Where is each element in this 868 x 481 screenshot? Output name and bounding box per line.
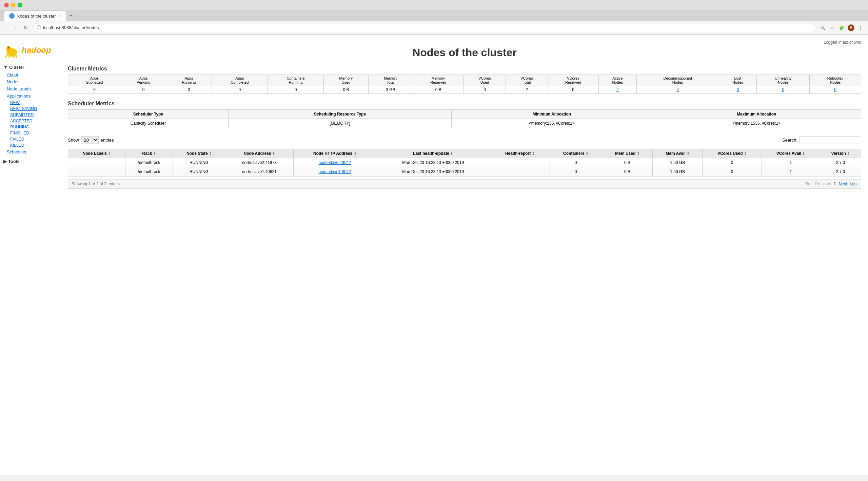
- sidebar-item-about[interactable]: About: [0, 71, 61, 78]
- sidebar-item-nodes[interactable]: Nodes: [0, 78, 61, 85]
- svg-point-3: [8, 47, 9, 48]
- cell-vcores-avail-1: 1: [762, 167, 820, 176]
- close-button[interactable]: [4, 3, 9, 7]
- profile-icon[interactable]: A: [848, 24, 854, 31]
- refresh-button[interactable]: ↻: [21, 24, 30, 32]
- val-memory-total: 3 GB: [368, 86, 413, 94]
- search-input[interactable]: [800, 136, 861, 144]
- entries-select[interactable]: 20 50 100: [81, 136, 99, 144]
- sort-address-icon: ⇕: [272, 152, 275, 155]
- cell-health-update-0: Mon Dec 23 16:28:13 +0000 2019: [376, 158, 490, 167]
- pagination-last[interactable]: Last: [850, 182, 857, 186]
- page-title: Nodes of the cluster: [68, 46, 861, 59]
- traffic-lights: [4, 3, 22, 7]
- sidebar-item-failed[interactable]: FAILED: [0, 136, 61, 142]
- cell-mem-used-1: 0 B: [602, 167, 653, 176]
- forward-button[interactable]: ›: [13, 24, 18, 32]
- extensions-icon[interactable]: 🧩: [838, 24, 845, 31]
- th-vcores-avail[interactable]: VCores Avail ⇕: [762, 149, 820, 158]
- val-decommissioned-nodes[interactable]: 0: [636, 86, 719, 94]
- th-containers[interactable]: Containers ⇕: [550, 149, 602, 158]
- sort-rack-icon: ⇕: [153, 152, 156, 155]
- sort-containers-icon: ⇕: [586, 152, 588, 155]
- th-health-report[interactable]: Health-report ⇕: [490, 149, 550, 158]
- sched-col-type: Scheduler Type: [68, 110, 229, 119]
- table-row: /default-rack RUNNING node-slave1:40621 …: [68, 167, 861, 176]
- th-vcores-used[interactable]: VCores Used ⇕: [703, 149, 762, 158]
- tab-close-button[interactable]: ✕: [58, 14, 61, 18]
- cluster-group[interactable]: ▼ Cluster: [0, 63, 61, 71]
- pagination-current: 1: [834, 182, 836, 186]
- minimize-button[interactable]: [11, 3, 16, 7]
- cell-containers-0: 0: [550, 158, 602, 167]
- cell-rack-0: /default-rack: [125, 158, 173, 167]
- val-rebooted-nodes[interactable]: 0: [810, 86, 861, 94]
- back-button[interactable]: ‹: [4, 24, 10, 32]
- cell-version-1: 2.7.0: [820, 167, 861, 176]
- cluster-label: Cluster: [9, 65, 24, 70]
- cell-node-http-0[interactable]: node-slave2:8042: [294, 158, 376, 167]
- val-unhealthy-nodes[interactable]: 0: [757, 86, 810, 94]
- th-mem-used[interactable]: Mem Used ⇕: [602, 149, 653, 158]
- active-tab[interactable]: Nodes of the cluster ✕: [4, 11, 66, 21]
- th-node-state[interactable]: Node State ⇕: [173, 149, 225, 158]
- col-decommissioned-nodes: DecommissionedNodes: [636, 75, 719, 86]
- sidebar-tools-group[interactable]: ▶ Tools: [0, 157, 61, 166]
- sidebar-item-scheduler[interactable]: Scheduler: [0, 148, 61, 155]
- cell-mem-avail-0: 1.50 GB: [653, 158, 703, 167]
- pagination: First Previous 1 Next Last: [805, 182, 857, 186]
- th-health-update[interactable]: Last health-update ⇕: [376, 149, 490, 158]
- cell-mem-used-0: 0 B: [602, 158, 653, 167]
- th-mem-avail[interactable]: Mem Avail ⇕: [653, 149, 703, 158]
- sidebar-item-node-labels[interactable]: Node Labels: [0, 85, 61, 92]
- val-vcores-total: 2: [506, 86, 548, 94]
- col-rebooted-nodes: RebootedNodes: [810, 75, 861, 86]
- th-version[interactable]: Version ⇕: [820, 149, 861, 158]
- sidebar-item-accepted[interactable]: ACCEPTED: [0, 118, 61, 124]
- table-footer: Showing 1 to 2 of 2 entries First Previo…: [68, 179, 861, 189]
- val-vcores-reserved: 0: [548, 86, 599, 94]
- sidebar-item-submitted[interactable]: SUBMITTED: [0, 112, 61, 118]
- sched-col-min-alloc: Minimum Allocation: [452, 110, 652, 119]
- col-apps-completed: AppsCompleted: [212, 75, 268, 86]
- sidebar-item-running[interactable]: RUNNING: [0, 124, 61, 130]
- val-active-nodes[interactable]: 2: [598, 86, 636, 94]
- sidebar: hadoop ▼ Cluster About Nodes Node Labels…: [0, 35, 61, 475]
- col-apps-pending: AppsPending: [121, 75, 166, 86]
- val-lost-nodes[interactable]: 0: [719, 86, 757, 94]
- cell-node-state-1: RUNNING: [173, 167, 225, 176]
- sidebar-item-new[interactable]: NEW: [0, 100, 61, 106]
- hadoop-elephant-icon: [3, 42, 20, 59]
- address-bar[interactable]: ⓘ localhost:8088/cluster/nodes: [33, 23, 816, 32]
- pagination-next[interactable]: Next: [839, 182, 847, 186]
- sched-col-resource-type: Scheduling Resource Type: [228, 110, 451, 119]
- val-memory-used: 0 B: [324, 86, 369, 94]
- sidebar-item-finished[interactable]: FINISHED: [0, 130, 61, 136]
- sidebar-item-killed[interactable]: KILLED: [0, 142, 61, 148]
- new-tab-button[interactable]: +: [66, 10, 76, 21]
- th-node-address[interactable]: Node Address ⇕: [225, 149, 294, 158]
- sort-vcores-used-icon: ⇕: [744, 152, 747, 155]
- th-node-http[interactable]: Node HTTP Address ⇕: [294, 149, 376, 158]
- maximize-button[interactable]: [18, 3, 22, 7]
- col-lost-nodes: LostNodes: [719, 75, 757, 86]
- th-rack[interactable]: Rack ⇕: [125, 149, 173, 158]
- sidebar-item-applications[interactable]: Applications: [0, 92, 61, 100]
- cell-node-http-1[interactable]: node-slave1:8042: [294, 167, 376, 176]
- col-active-nodes: ActiveNodes: [598, 75, 636, 86]
- show-label: Show: [68, 138, 79, 143]
- col-containers-running: ContainersRunning: [268, 75, 323, 86]
- cell-vcores-used-0: 0: [703, 158, 762, 167]
- sidebar-item-new-saving[interactable]: NEW_SAVING: [0, 106, 61, 112]
- main-content: Logged in as: dr.who Nodes of the cluste…: [61, 35, 868, 475]
- search-icon[interactable]: 🔍: [819, 24, 826, 31]
- val-memory-reserved: 0 B: [413, 86, 464, 94]
- bookmark-icon[interactable]: ☆: [829, 24, 835, 31]
- val-apps-completed: 0: [212, 86, 268, 94]
- table-row: /default-rack RUNNING node-slave2:41973 …: [68, 158, 861, 167]
- search-box: Search:: [782, 136, 861, 144]
- entries-label: entries: [101, 138, 114, 143]
- th-node-labels[interactable]: Node Labels ⇕: [68, 149, 125, 158]
- menu-icon[interactable]: ⋮: [857, 24, 864, 31]
- col-memory-total: MemoryTotal: [368, 75, 413, 86]
